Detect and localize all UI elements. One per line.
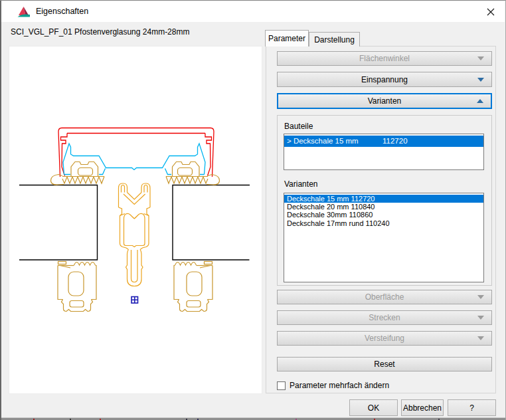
insertion-marker-icon [131,297,138,304]
upper-gasket-left [51,162,105,185]
window-title: Eigenschaften [36,1,88,22]
mullion-profile-outline [119,183,151,286]
reset-button[interactable]: Reset [277,357,492,371]
titlebar: Eigenschaften [1,1,505,22]
versteifung-label: Versteifung [365,334,404,343]
lower-gasket-right [174,262,212,312]
tab-parameter-label: Parameter [268,34,305,43]
chevron-down-icon [477,56,484,60]
bauteile-list[interactable]: > Deckschale 15 mm 112720 [284,134,484,170]
strecken-label: Strecken [369,313,400,322]
chevron-down-icon [477,295,484,299]
profile-subtitle: SCI_VGL_PF_01 Pfostenverglasung 24mm-28m… [11,27,189,37]
varianten-list-item[interactable]: Deckschale 17mm rund 110240 [284,219,483,227]
tab-parameter[interactable]: Parameter [265,30,309,47]
chevron-down-icon [477,78,484,82]
cad-preview-drawing [9,46,262,394]
lower-gasket-left [58,262,96,312]
glass-pane-left [19,185,98,261]
varianten-list-item[interactable]: Deckschale 15 mm 112720 [284,195,483,203]
tab-darstellung[interactable]: Darstellung [309,32,360,47]
close-button[interactable] [479,2,502,21]
strecken-button: Strecken [277,310,492,325]
bauteile-label: Bauteile [284,122,313,131]
varianten-list-item[interactable]: Deckschale 30mm 110860 [284,211,483,219]
varianten-list[interactable]: Deckschale 15 mm 112720 Deckschale 20 mm… [284,193,484,282]
varianten-label: Varianten [368,96,401,106]
reset-label: Reset [374,360,394,369]
screen-edge-bottom [0,417,506,420]
cancel-button[interactable]: Abbrechen [401,399,444,416]
varianten-button[interactable]: Varianten [277,93,492,109]
bauteile-item-number: 112720 [382,136,408,147]
flaechenwinkel-button: Flächenwinkel [277,51,492,66]
bauteile-list-item[interactable]: > Deckschale 15 mm 112720 [284,136,483,147]
ok-button[interactable]: OK [349,399,398,416]
upper-gasket-right [166,162,220,185]
tab-darstellung-label: Darstellung [314,35,355,45]
einspannung-button[interactable]: Einspannung [277,72,492,87]
screen-edge-left [0,1,1,420]
versteifung-button: Versteifung [277,331,492,346]
chevron-down-icon [477,336,484,340]
varianten-list-item[interactable]: Deckschale 20 mm 110840 [284,203,483,211]
app-logo-icon [17,6,31,18]
oberflaeche-button: Oberfläche [277,290,492,304]
bauteile-item-name: > Deckschale 15 mm [287,137,359,145]
chevron-up-icon [477,99,483,103]
cover-profile-outline [58,128,214,177]
einspannung-label: Einspannung [361,75,408,84]
parameter-mehrfach-checkbox[interactable] [277,381,286,390]
parameter-mehrfach-label: Parameter mehrfach ändern [290,381,389,390]
chevron-down-icon [477,316,484,320]
cad-preview [9,46,262,394]
oberflaeche-label: Oberfläche [365,292,404,302]
pressure-plate-outline [63,144,205,175]
glass-pane-right [173,185,250,261]
close-icon [486,7,495,17]
varianten-list-label: Varianten [284,179,317,189]
flaechenwinkel-label: Flächenwinkel [359,54,410,63]
eigenschaften-dialog: Eigenschaften SCI_VGL_PF_01 Pfostenvergl… [0,0,506,420]
help-button[interactable]: ? [448,399,496,416]
